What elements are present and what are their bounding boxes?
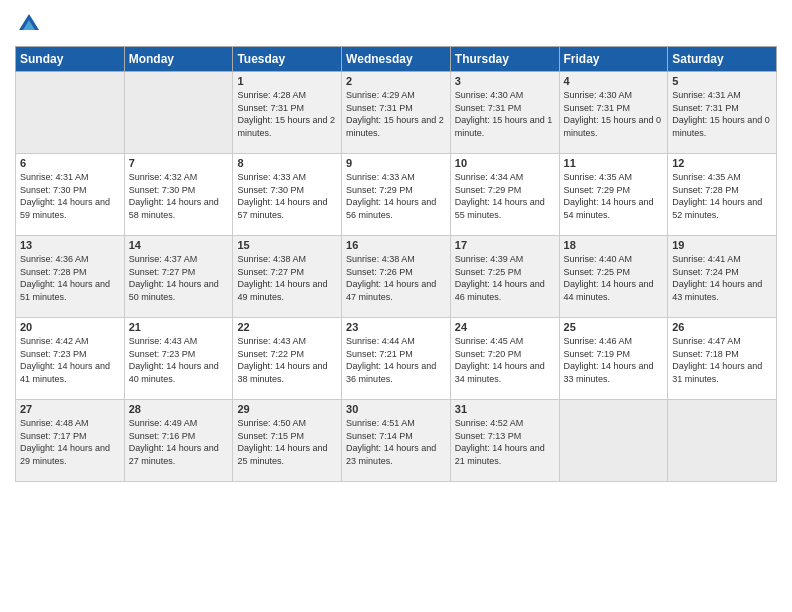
calendar-cell: 14Sunrise: 4:37 AM Sunset: 7:27 PM Dayli… [124,236,233,318]
calendar-cell: 16Sunrise: 4:38 AM Sunset: 7:26 PM Dayli… [342,236,451,318]
day-number: 7 [129,157,229,169]
day-number: 31 [455,403,555,415]
day-info: Sunrise: 4:46 AM Sunset: 7:19 PM Dayligh… [564,335,664,385]
calendar-cell [16,72,125,154]
day-number: 25 [564,321,664,333]
day-number: 20 [20,321,120,333]
calendar-cell: 24Sunrise: 4:45 AM Sunset: 7:20 PM Dayli… [450,318,559,400]
day-info: Sunrise: 4:28 AM Sunset: 7:31 PM Dayligh… [237,89,337,139]
day-info: Sunrise: 4:31 AM Sunset: 7:31 PM Dayligh… [672,89,772,139]
day-number: 16 [346,239,446,251]
day-info: Sunrise: 4:36 AM Sunset: 7:28 PM Dayligh… [20,253,120,303]
day-number: 19 [672,239,772,251]
day-number: 24 [455,321,555,333]
day-number: 9 [346,157,446,169]
calendar-cell: 7Sunrise: 4:32 AM Sunset: 7:30 PM Daylig… [124,154,233,236]
day-info: Sunrise: 4:45 AM Sunset: 7:20 PM Dayligh… [455,335,555,385]
calendar-cell: 6Sunrise: 4:31 AM Sunset: 7:30 PM Daylig… [16,154,125,236]
day-number: 1 [237,75,337,87]
calendar-cell: 18Sunrise: 4:40 AM Sunset: 7:25 PM Dayli… [559,236,668,318]
calendar-cell: 9Sunrise: 4:33 AM Sunset: 7:29 PM Daylig… [342,154,451,236]
day-info: Sunrise: 4:44 AM Sunset: 7:21 PM Dayligh… [346,335,446,385]
calendar-cell: 30Sunrise: 4:51 AM Sunset: 7:14 PM Dayli… [342,400,451,482]
calendar-cell: 23Sunrise: 4:44 AM Sunset: 7:21 PM Dayli… [342,318,451,400]
day-info: Sunrise: 4:38 AM Sunset: 7:27 PM Dayligh… [237,253,337,303]
day-info: Sunrise: 4:42 AM Sunset: 7:23 PM Dayligh… [20,335,120,385]
calendar-cell: 26Sunrise: 4:47 AM Sunset: 7:18 PM Dayli… [668,318,777,400]
calendar-cell: 5Sunrise: 4:31 AM Sunset: 7:31 PM Daylig… [668,72,777,154]
calendar-cell: 29Sunrise: 4:50 AM Sunset: 7:15 PM Dayli… [233,400,342,482]
day-number: 28 [129,403,229,415]
day-number: 22 [237,321,337,333]
day-number: 26 [672,321,772,333]
day-number: 29 [237,403,337,415]
day-info: Sunrise: 4:35 AM Sunset: 7:29 PM Dayligh… [564,171,664,221]
day-number: 5 [672,75,772,87]
calendar-cell: 27Sunrise: 4:48 AM Sunset: 7:17 PM Dayli… [16,400,125,482]
weekday-header-friday: Friday [559,47,668,72]
day-info: Sunrise: 4:49 AM Sunset: 7:16 PM Dayligh… [129,417,229,467]
day-info: Sunrise: 4:51 AM Sunset: 7:14 PM Dayligh… [346,417,446,467]
calendar-week-row: 1Sunrise: 4:28 AM Sunset: 7:31 PM Daylig… [16,72,777,154]
calendar-cell: 12Sunrise: 4:35 AM Sunset: 7:28 PM Dayli… [668,154,777,236]
calendar-cell: 20Sunrise: 4:42 AM Sunset: 7:23 PM Dayli… [16,318,125,400]
day-info: Sunrise: 4:31 AM Sunset: 7:30 PM Dayligh… [20,171,120,221]
day-number: 11 [564,157,664,169]
day-info: Sunrise: 4:35 AM Sunset: 7:28 PM Dayligh… [672,171,772,221]
day-info: Sunrise: 4:48 AM Sunset: 7:17 PM Dayligh… [20,417,120,467]
logo [15,10,47,38]
day-info: Sunrise: 4:33 AM Sunset: 7:30 PM Dayligh… [237,171,337,221]
day-info: Sunrise: 4:50 AM Sunset: 7:15 PM Dayligh… [237,417,337,467]
day-info: Sunrise: 4:43 AM Sunset: 7:22 PM Dayligh… [237,335,337,385]
day-number: 23 [346,321,446,333]
calendar-week-row: 6Sunrise: 4:31 AM Sunset: 7:30 PM Daylig… [16,154,777,236]
weekday-header-row: SundayMondayTuesdayWednesdayThursdayFrid… [16,47,777,72]
calendar-cell: 2Sunrise: 4:29 AM Sunset: 7:31 PM Daylig… [342,72,451,154]
day-number: 13 [20,239,120,251]
day-info: Sunrise: 4:40 AM Sunset: 7:25 PM Dayligh… [564,253,664,303]
day-number: 14 [129,239,229,251]
calendar-cell: 17Sunrise: 4:39 AM Sunset: 7:25 PM Dayli… [450,236,559,318]
day-number: 4 [564,75,664,87]
day-info: Sunrise: 4:29 AM Sunset: 7:31 PM Dayligh… [346,89,446,139]
day-number: 8 [237,157,337,169]
day-number: 3 [455,75,555,87]
day-info: Sunrise: 4:39 AM Sunset: 7:25 PM Dayligh… [455,253,555,303]
day-number: 6 [20,157,120,169]
day-info: Sunrise: 4:43 AM Sunset: 7:23 PM Dayligh… [129,335,229,385]
page: SundayMondayTuesdayWednesdayThursdayFrid… [0,0,792,612]
calendar-cell: 10Sunrise: 4:34 AM Sunset: 7:29 PM Dayli… [450,154,559,236]
calendar-cell: 22Sunrise: 4:43 AM Sunset: 7:22 PM Dayli… [233,318,342,400]
calendar-cell [668,400,777,482]
day-number: 30 [346,403,446,415]
calendar-week-row: 27Sunrise: 4:48 AM Sunset: 7:17 PM Dayli… [16,400,777,482]
calendar: SundayMondayTuesdayWednesdayThursdayFrid… [15,46,777,482]
day-info: Sunrise: 4:37 AM Sunset: 7:27 PM Dayligh… [129,253,229,303]
day-info: Sunrise: 4:33 AM Sunset: 7:29 PM Dayligh… [346,171,446,221]
weekday-header-monday: Monday [124,47,233,72]
calendar-cell: 11Sunrise: 4:35 AM Sunset: 7:29 PM Dayli… [559,154,668,236]
day-info: Sunrise: 4:30 AM Sunset: 7:31 PM Dayligh… [455,89,555,139]
day-number: 10 [455,157,555,169]
weekday-header-tuesday: Tuesday [233,47,342,72]
day-info: Sunrise: 4:32 AM Sunset: 7:30 PM Dayligh… [129,171,229,221]
calendar-cell: 8Sunrise: 4:33 AM Sunset: 7:30 PM Daylig… [233,154,342,236]
day-info: Sunrise: 4:47 AM Sunset: 7:18 PM Dayligh… [672,335,772,385]
calendar-cell: 4Sunrise: 4:30 AM Sunset: 7:31 PM Daylig… [559,72,668,154]
day-info: Sunrise: 4:38 AM Sunset: 7:26 PM Dayligh… [346,253,446,303]
calendar-cell: 28Sunrise: 4:49 AM Sunset: 7:16 PM Dayli… [124,400,233,482]
day-info: Sunrise: 4:52 AM Sunset: 7:13 PM Dayligh… [455,417,555,467]
day-info: Sunrise: 4:34 AM Sunset: 7:29 PM Dayligh… [455,171,555,221]
calendar-cell: 13Sunrise: 4:36 AM Sunset: 7:28 PM Dayli… [16,236,125,318]
weekday-header-thursday: Thursday [450,47,559,72]
day-number: 15 [237,239,337,251]
day-number: 18 [564,239,664,251]
day-number: 21 [129,321,229,333]
calendar-cell: 21Sunrise: 4:43 AM Sunset: 7:23 PM Dayli… [124,318,233,400]
calendar-cell: 19Sunrise: 4:41 AM Sunset: 7:24 PM Dayli… [668,236,777,318]
day-info: Sunrise: 4:30 AM Sunset: 7:31 PM Dayligh… [564,89,664,139]
header [15,10,777,38]
calendar-cell: 31Sunrise: 4:52 AM Sunset: 7:13 PM Dayli… [450,400,559,482]
calendar-week-row: 13Sunrise: 4:36 AM Sunset: 7:28 PM Dayli… [16,236,777,318]
calendar-cell [124,72,233,154]
